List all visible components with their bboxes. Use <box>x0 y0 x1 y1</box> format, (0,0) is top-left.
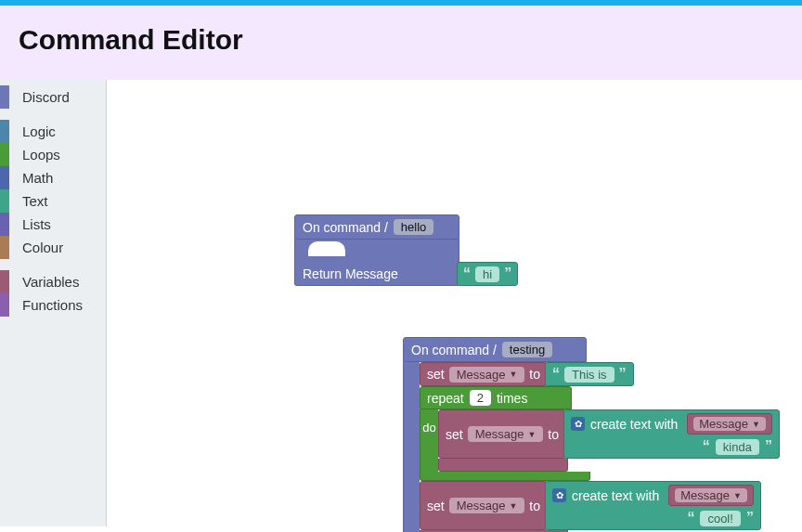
sidebar-item-label: Lists <box>22 216 51 232</box>
set-variable-block[interactable]: set Message ▼ to “ This is ” <box>420 362 780 386</box>
sidebar-item-label: Functions <box>22 297 83 313</box>
category-color-chip <box>0 189 9 213</box>
category-color-chip <box>0 85 9 109</box>
command-spine <box>403 362 420 532</box>
text-field[interactable]: cool! <box>700 511 740 526</box>
sidebar-item-math[interactable]: Math <box>0 166 106 189</box>
repeat-label: repeat <box>427 391 464 406</box>
command-name-field[interactable]: hello <box>394 219 433 235</box>
variable-dropdown[interactable]: Message ▼ <box>449 367 525 383</box>
create-text-block[interactable]: create text with Message ▼ <box>563 409 780 459</box>
repeat-block-foot <box>420 472 590 481</box>
variable-dropdown[interactable]: Message ▼ <box>468 426 544 442</box>
variable-name: Message <box>699 417 748 431</box>
to-label: to <box>548 427 559 442</box>
chevron-down-icon: ▼ <box>509 370 517 379</box>
set-variable-block[interactable]: set Message ▼ to create text with <box>420 481 780 530</box>
close-quote-icon: ” <box>765 438 772 455</box>
set-variable-block[interactable]: set Message ▼ to <box>438 409 780 459</box>
sidebar-item-colour[interactable]: Colour <box>0 236 106 259</box>
category-color-chip <box>0 120 9 143</box>
variable-name: Message <box>457 499 506 513</box>
gear-icon[interactable] <box>552 488 566 502</box>
variable-name: Message <box>680 488 730 502</box>
text-field[interactable]: kinda <box>716 439 759 455</box>
chevron-down-icon: ▼ <box>509 501 517 511</box>
do-label: do <box>422 421 435 435</box>
sidebar-item-label: Text <box>22 193 48 209</box>
chevron-down-icon: ▼ <box>752 420 760 429</box>
category-color-chip <box>0 166 9 189</box>
open-quote-icon: “ <box>703 438 710 455</box>
repeat-block-spine: do <box>420 409 438 472</box>
sidebar-spacer <box>0 109 106 120</box>
variable-getter-block[interactable]: Message ▼ <box>668 485 754 506</box>
category-color-chip <box>0 236 9 259</box>
command-body-slot[interactable] <box>294 240 459 262</box>
command-name-field[interactable]: testing <box>502 342 552 357</box>
command-head-label: On command / <box>411 343 497 357</box>
category-sidebar: Discord Logic Loops Math Text Lists Colo… <box>0 80 107 526</box>
sidebar-item-label: Loops <box>22 147 60 162</box>
category-color-chip <box>0 293 9 317</box>
category-color-chip <box>0 143 9 166</box>
sidebar-item-label: Logic <box>22 123 56 139</box>
command-head[interactable]: On command / hello <box>294 214 459 240</box>
to-label: to <box>529 499 540 513</box>
open-quote-icon: “ <box>552 366 560 383</box>
sidebar-item-loops[interactable]: Loops <box>0 143 106 166</box>
sidebar-item-functions[interactable]: Functions <box>0 293 106 317</box>
set-label: set <box>427 367 445 382</box>
sidebar-item-text[interactable]: Text <box>0 189 106 213</box>
return-slot[interactable]: Return Message <box>294 262 459 286</box>
chevron-down-icon: ▼ <box>733 491 742 500</box>
text-field[interactable]: This is <box>564 367 614 383</box>
close-quote-icon: ” <box>619 366 627 383</box>
close-quote-icon: ” <box>746 510 754 526</box>
sidebar-item-label: Variables <box>22 274 79 290</box>
to-label: to <box>529 367 540 382</box>
block-tail <box>438 459 568 472</box>
gear-icon[interactable] <box>571 417 585 431</box>
sidebar-item-label: Math <box>22 170 53 186</box>
page-title: Command Editor <box>19 24 783 56</box>
create-text-label: create text with <box>590 417 678 432</box>
variable-getter-block[interactable]: Message ▼ <box>687 413 772 435</box>
command-head[interactable]: On command / testing <box>403 337 587 362</box>
open-quote-icon: “ <box>463 266 471 282</box>
sidebar-item-variables[interactable]: Variables <box>0 270 106 293</box>
open-quote-icon: “ <box>687 510 694 526</box>
text-literal-block[interactable]: “ This is ” <box>545 362 634 386</box>
empty-slot-icon <box>308 241 345 256</box>
text-literal-block[interactable]: “ hi ” <box>457 262 518 286</box>
command-block-testing[interactable]: On command / testing set Message ▼ <box>403 337 780 532</box>
number-field[interactable]: 2 <box>470 390 491 406</box>
create-text-block[interactable]: create text with Message ▼ “ <box>545 481 761 530</box>
create-text-label: create text with <box>572 488 659 503</box>
set-label: set <box>427 499 445 513</box>
sidebar-item-label: Colour <box>22 240 63 255</box>
sidebar-item-lists[interactable]: Lists <box>0 213 106 236</box>
sidebar-item-label: Discord <box>22 89 70 105</box>
command-block-hello[interactable]: On command / hello Return Message “ hi ” <box>294 214 459 286</box>
sidebar-spacer <box>0 259 106 270</box>
variable-name: Message <box>457 368 506 382</box>
command-head-label: On command / <box>303 220 388 235</box>
variable-dropdown[interactable]: Message ▼ <box>449 498 525 513</box>
return-label: Return Message <box>303 266 398 281</box>
category-color-chip <box>0 213 9 236</box>
close-quote-icon: ” <box>504 266 511 282</box>
chevron-down-icon: ▼ <box>527 430 536 439</box>
category-color-chip <box>0 270 9 293</box>
set-label: set <box>446 427 463 442</box>
variable-name: Message <box>475 427 524 441</box>
workspace-canvas[interactable]: On command / hello Return Message “ hi ” <box>107 80 802 526</box>
page-header: Command Editor <box>0 6 802 80</box>
times-label: times <box>497 391 527 406</box>
text-field[interactable]: hi <box>475 266 499 282</box>
sidebar-item-discord[interactable]: Discord <box>0 85 106 109</box>
repeat-block-head[interactable]: repeat 2 times <box>420 386 572 409</box>
sidebar-item-logic[interactable]: Logic <box>0 120 106 143</box>
